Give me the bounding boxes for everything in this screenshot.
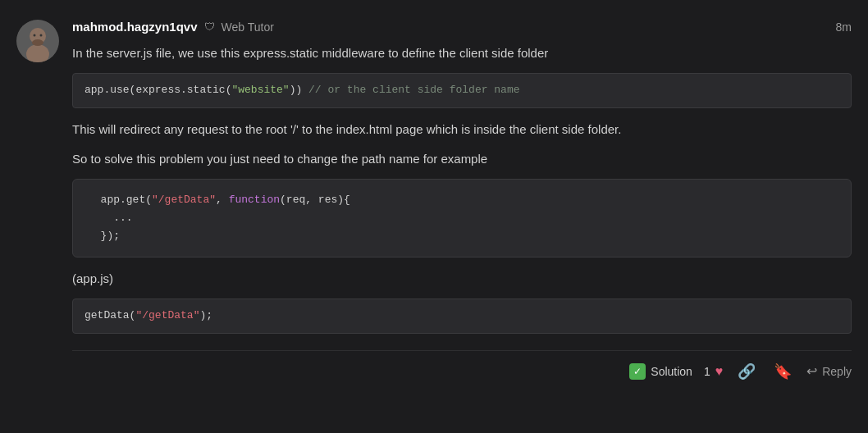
code-block: app.get("/getData", function(req, res){ … (72, 179, 852, 258)
post-footer: ✓ Solution 1 ♥ 🔗 🔖 ↩ Reply (72, 350, 852, 382)
reply-arrow-icon: ↩ (806, 363, 817, 379)
avatar (16, 20, 59, 62)
post-body: In the server.js file, we use this expre… (72, 43, 852, 334)
paragraph-3: So to solve this problem you just need t… (72, 149, 852, 169)
bookmark-icon: 🔖 (774, 363, 792, 380)
post-header: mahmod.hagzyn1qvv 🛡 Web Tutor 8m (72, 20, 852, 34)
code-inline-2: getData("/getData"); (72, 299, 852, 334)
heart-icon: ♥ (715, 364, 724, 379)
link-icon: 🔗 (738, 363, 756, 380)
link-button[interactable]: 🔗 (734, 361, 759, 382)
post-meta: mahmod.hagzyn1qvv 🛡 Web Tutor (72, 20, 274, 34)
solution-label: Solution (651, 365, 692, 378)
app-js-label: (app.js) (72, 269, 852, 289)
user-title: Web Tutor (222, 21, 274, 34)
shield-icon: 🛡 (204, 21, 215, 33)
solution-button[interactable]: ✓ Solution (629, 363, 692, 380)
post-content: mahmod.hagzyn1qvv 🛡 Web Tutor 8m In the … (72, 20, 852, 382)
svg-point-3 (34, 34, 36, 37)
code-inline-1: app.use(express.static("website")) // or… (72, 73, 852, 108)
reply-button[interactable]: ↩ Reply (806, 363, 852, 379)
paragraph-2: This will redirect any request to the ro… (72, 120, 852, 139)
solution-check-icon: ✓ (629, 363, 646, 380)
username: mahmod.hagzyn1qvv (72, 20, 198, 34)
reply-label: Reply (822, 365, 852, 378)
bookmark-button[interactable]: 🔖 (770, 361, 795, 382)
svg-point-4 (40, 34, 43, 37)
post-container: mahmod.hagzyn1qvv 🛡 Web Tutor 8m In the … (0, 0, 868, 395)
like-count: 1 (704, 365, 710, 378)
like-button[interactable]: 1 ♥ (704, 364, 723, 379)
svg-point-5 (32, 39, 43, 46)
timestamp: 8m (836, 21, 852, 34)
paragraph-1: In the server.js file, we use this expre… (72, 43, 852, 63)
